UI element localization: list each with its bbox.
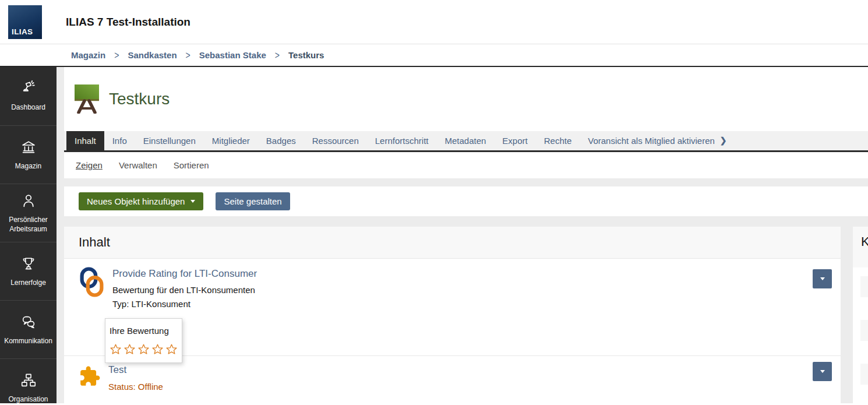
item-description: Bewertung für den LTI-Konsumenten (112, 285, 255, 295)
lti-consumer-icon (79, 267, 105, 347)
trophy-icon (20, 255, 37, 273)
tab-metadaten[interactable]: Metadaten (436, 131, 494, 150)
star-icon[interactable] (151, 343, 164, 355)
caret-down-icon (820, 277, 825, 280)
tab-rechte[interactable]: Rechte (536, 131, 580, 150)
right-side-panel: K (853, 227, 868, 403)
add-new-object-label: Neues Objekt hinzufügen (87, 196, 185, 206)
breadcrumb-separator-icon: > (275, 50, 280, 61)
design-page-button[interactable]: Seite gestalten (216, 192, 290, 210)
star-icon[interactable] (124, 343, 136, 355)
spacer (64, 216, 868, 227)
tab-export[interactable]: Export (494, 131, 535, 150)
caret-down-icon (190, 200, 195, 203)
sidebar-item-label: Lernerfolge (9, 278, 48, 287)
sidebar-item-label: Persönlicher Arbeitsraum (0, 215, 57, 234)
rating-tooltip: Ihre Bewertung (105, 318, 182, 363)
item-status-label: Status: Offline (108, 382, 163, 392)
sidebar-item-lernerfolge[interactable]: Lernerfolge (0, 242, 57, 300)
tab-lernfortschritt[interactable]: Lernfortschritt (367, 131, 437, 150)
breadcrumb-separator-icon: > (186, 50, 190, 61)
list-item-lti-consumer: Provide Rating for LTI-Consumer Bewertun… (64, 259, 841, 355)
subtab-sortieren[interactable]: Sortieren (174, 160, 209, 170)
toolbar: Neues Objekt hinzufügen Seite gestalten (64, 186, 868, 216)
person-icon (20, 192, 37, 210)
tab-label: Voransicht als Mitglied aktivieren (588, 131, 715, 150)
bank-icon (20, 139, 37, 156)
star-icon[interactable] (110, 343, 122, 355)
breadcrumb-current[interactable]: Testkurs (288, 50, 324, 60)
tab-voransicht-aktivieren[interactable]: Voransicht als Mitglied aktivieren ❯ (580, 131, 735, 150)
org-chart-icon (20, 372, 37, 389)
rating-stars (110, 343, 178, 355)
right-panel-item (860, 276, 868, 297)
tab-info[interactable]: Info (104, 131, 135, 150)
content-panel: Inhalt Provide Rating for LTI (64, 227, 841, 403)
top-header: ILIAS ILIAS 7 Test-Installation (0, 0, 868, 44)
spacer (64, 178, 868, 186)
breadcrumb-separator-icon: > (114, 50, 119, 61)
star-icon[interactable] (165, 343, 178, 355)
tab-badges[interactable]: Badges (258, 131, 304, 150)
tab-inhalt[interactable]: Inhalt (66, 131, 104, 150)
chevron-right-icon: ❯ (720, 131, 727, 150)
lamp-icon (20, 80, 37, 97)
item-title-link[interactable]: Provide Rating for LTI-Consumer (112, 268, 257, 280)
ilias-logo-text: ILIAS (12, 27, 33, 36)
star-icon[interactable] (137, 343, 150, 355)
sidebar-item-label: Dashboard (9, 103, 47, 112)
tab-mitglieder[interactable]: Mitglieder (204, 131, 258, 150)
breadcrumb-link-sandkasten[interactable]: Sandkasten (128, 50, 177, 60)
breadcrumb: Magazin > Sandkasten > Sebastian Stake >… (0, 44, 868, 66)
installation-title: ILIAS 7 Test-Installation (66, 16, 190, 29)
content-panel-title: Inhalt (64, 227, 841, 259)
content-column: Testkurs Inhalt Info Einstellungen Mitgl… (64, 67, 868, 403)
main-sidebar: Dashboard Magazin Persönlicher Arbeit (0, 67, 57, 403)
right-panel-title: K (853, 227, 868, 267)
right-panel-body (853, 267, 868, 403)
content-panels: Inhalt Provide Rating for LTI (64, 227, 868, 403)
sidebar-item-kommunikation[interactable]: Kommunikation (0, 300, 57, 358)
rating-tooltip-title: Ihre Bewertung (110, 326, 178, 336)
subtab-zeigen[interactable]: Zeigen (76, 160, 103, 170)
course-icon (73, 82, 101, 116)
item-text: Test Status: Offline (108, 363, 163, 392)
right-panel-item (860, 364, 868, 385)
subtab-bar: Zeigen Verwalten Sortieren (64, 152, 868, 178)
ilias-app: ILIAS ILIAS 7 Test-Installation Magazin … (0, 0, 868, 405)
sidebar-item-label: Magazin (13, 161, 43, 171)
breadcrumb-link-sebastian-stake[interactable]: Sebastian Stake (199, 50, 266, 60)
add-new-object-button[interactable]: Neues Objekt hinzufügen (79, 192, 203, 210)
tab-ressourcen[interactable]: Ressourcen (304, 131, 367, 150)
tab-einstellungen[interactable]: Einstellungen (135, 131, 204, 150)
subtab-verwalten[interactable]: Verwalten (119, 160, 157, 170)
tab-bar: Inhalt Info Einstellungen Mitglieder Bad… (64, 131, 868, 152)
ilias-logo[interactable]: ILIAS (8, 5, 42, 39)
chat-bubbles-icon (20, 314, 37, 331)
item-list: Provide Rating for LTI-Consumer Bewertun… (64, 259, 841, 403)
breadcrumb-link-magazin[interactable]: Magazin (71, 50, 105, 60)
main-region: Dashboard Magazin Persönlicher Arbeit (0, 66, 868, 403)
page-title-row: Testkurs (64, 67, 868, 131)
sidebar-item-magazin[interactable]: Magazin (0, 125, 57, 184)
sidebar-item-arbeitsraum[interactable]: Persönlicher Arbeitsraum (0, 184, 57, 242)
sidebar-item-organisation[interactable]: Organisation (0, 358, 57, 405)
sidebar-item-dashboard[interactable]: Dashboard (0, 67, 57, 125)
caret-down-icon (820, 370, 825, 373)
sidebar-item-label: Organisation (6, 395, 50, 404)
item-actions-dropdown-button[interactable] (813, 362, 832, 381)
sidebar-content-gutter (57, 67, 64, 403)
test-puzzle-icon (79, 365, 101, 392)
right-panel-item (860, 320, 868, 341)
page-title: Testkurs (109, 90, 170, 108)
item-actions-dropdown-button[interactable] (813, 269, 832, 288)
item-type-label: Typ: LTI-Konsument (112, 299, 190, 309)
item-title-link[interactable]: Test (108, 364, 126, 376)
sidebar-item-label: Kommunikation (2, 336, 54, 346)
panel-gutter (841, 227, 853, 403)
